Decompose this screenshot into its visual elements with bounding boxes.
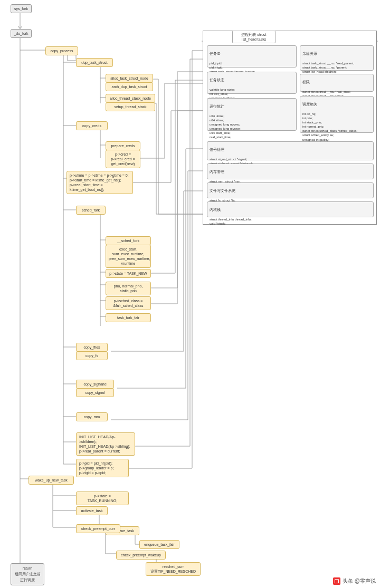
struct-perm-hdr: 权限 — [302, 80, 371, 85]
node-resched-curr: resched_curr 设置TIF_NEED_RESCHED — [146, 562, 201, 576]
struct-stack-hdr: 内核栈 — [210, 208, 371, 213]
struct-fs-hdr: 文件与文件系统 — [210, 189, 371, 194]
node-return: return 返回用户态之前 进行调度 — [11, 563, 44, 585]
node-sched-class: p->sched_class = &fair_sched_class — [106, 296, 151, 310]
node-sched-fork: sched_fork — [76, 206, 106, 215]
node-copy-files: copy_files — [76, 343, 108, 352]
task-struct-title: 进程列表 struct list_head tasks — [232, 31, 276, 43]
node-copy-mm: copy_mm — [76, 412, 108, 421]
struct-signal-hdr: 信号处理 — [210, 148, 371, 152]
node-alloc-task-struct: alloc_task_struct_node — [106, 74, 153, 83]
node-sys-fork: sys_fork — [11, 4, 32, 13]
node-sched-fork-inner: __sched_fork — [106, 236, 151, 245]
struct-mm-hdr: 内存管理 — [210, 170, 371, 175]
node-copy-process: copy_process — [45, 46, 78, 55]
node-task-fork-fair: task_fork_fair — [106, 313, 151, 322]
node-prio-block: prio, normal_prio, static_prio — [106, 282, 151, 295]
node-alloc-thread-stack: alloc_thread_stack_node — [106, 94, 155, 103]
watermark-text: 头条 @零声说 — [343, 578, 376, 584]
struct-sched-body: int on_rq; int prio; int static_prio; in… — [302, 112, 371, 142]
node-copy-sighand: copy_sighand — [76, 380, 114, 389]
struct-stats-hdr: 运行统计 — [210, 104, 294, 109]
node-check-preempt-curr: check_preempt_curr — [76, 524, 120, 533]
struct-signal: 信号处理 struct signal_struct *signal; struc… — [207, 141, 374, 160]
struct-task-state-hdr: 任务状态 — [210, 78, 294, 83]
node-copy-signal: copy_signal — [76, 388, 114, 397]
struct-stack: 内核栈 struct thread_info thread_info; void… — [207, 201, 374, 217]
node-arch-dup-task-struct: arch_dup_task_struct — [106, 82, 153, 91]
node-prepare-creds: prepare_creds — [106, 141, 140, 150]
struct-task-id-hdr: 任务ID — [210, 52, 294, 56]
node-sched-fork-body: exec_start, sum_exec_runtime, prev_sum_e… — [106, 245, 151, 268]
node-copy-fs: copy_fs — [76, 351, 108, 360]
watermark: 头条 @零声说 — [333, 577, 376, 585]
struct-fs: 文件与文件系统 struct fs_struct *fs; struct fil… — [207, 182, 374, 198]
node-time-block: p->utime = p->stime = p->gtime = 0; p->s… — [66, 171, 133, 194]
watermark-logo-icon — [333, 577, 340, 585]
node-wake-up-new-task: wake_up_new_task — [28, 476, 74, 485]
node-enqueue-task-fair: enqueue_task_fair — [139, 540, 179, 549]
struct-relation-hdr: 亲缘关系 — [302, 52, 371, 56]
node-activate-task: activate_task — [76, 506, 108, 515]
struct-perm: 权限 const struct cred __rcu *real_cred; c… — [300, 74, 374, 92]
node-state-task-new: p->state = TASK_NEW — [106, 269, 151, 278]
struct-stack-body: struct thread_info thread_info; void *st… — [210, 217, 371, 226]
node-dup-task-struct: dup_task_struct — [76, 58, 113, 67]
node-check-preempt-wakeup: check_preempt_wakeup — [116, 551, 166, 560]
node-cred-assign: p->cred = p->real_cred = get_cred(new) — [106, 150, 140, 168]
struct-sched: 调度相关 int on_rq; int prio; int static_pri… — [300, 96, 374, 133]
node-pid-block: p->pid = pid_nr(pid); p->group_leader = … — [76, 459, 129, 477]
node-copy-creds: copy_creds — [76, 121, 108, 130]
struct-relation: 亲缘关系 struct task_struct __rcu *real_pare… — [300, 45, 374, 71]
struct-stats: 运行统计 u64 utime; u64 stime; unsigned long… — [207, 98, 297, 131]
struct-sched-hdr: 调度相关 — [302, 102, 371, 107]
struct-stats-body: u64 utime; u64 stime; unsigned long nvcs… — [210, 114, 294, 140]
struct-task-id: 任务ID pid_t pid; pid_t tgid; struct task_… — [207, 45, 297, 68]
node-do-fork: _do_fork — [11, 29, 32, 38]
node-init-list: INIT_LIST_HEAD(&p- >children); INIT_LIST… — [76, 432, 135, 456]
struct-mm: 内存管理 struct mm_struct *mm; struct mm_str… — [207, 163, 374, 179]
node-setup-thread-stack: setup_thread_stack — [106, 102, 155, 111]
struct-task-state: 任务状态 volatile long state; int exit_state… — [207, 72, 297, 94]
node-state-running: p->state = TASK_RUNNING; — [76, 491, 129, 505]
